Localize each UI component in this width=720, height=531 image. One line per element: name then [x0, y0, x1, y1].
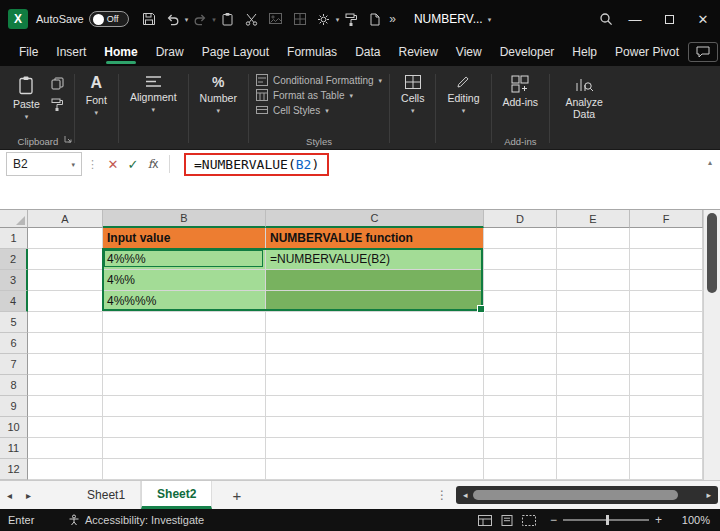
scroll-left-icon[interactable]: ◂: [460, 490, 471, 500]
format-painter-button[interactable]: [49, 97, 67, 112]
select-all-button[interactable]: [0, 210, 28, 228]
row-header-12[interactable]: 12: [0, 459, 28, 480]
more-commands-icon[interactable]: »: [389, 12, 396, 26]
cell-f12[interactable]: [630, 459, 703, 480]
column-header-a[interactable]: A: [28, 210, 103, 228]
cell-b1[interactable]: Input value: [103, 228, 266, 249]
enter-button[interactable]: ✓: [123, 153, 143, 175]
page-layout-view-button[interactable]: [496, 512, 518, 528]
cell-d5[interactable]: [484, 312, 557, 333]
new-sheet-button[interactable]: +: [232, 487, 241, 504]
cell-c4[interactable]: [266, 291, 484, 312]
row-header-1[interactable]: 1: [0, 228, 28, 249]
cell-c1[interactable]: NUMBERVALUE function: [266, 228, 484, 249]
sheet-nav-left-icon[interactable]: ◂: [0, 490, 19, 501]
menu-item-insert[interactable]: Insert: [47, 38, 95, 66]
menu-item-developer[interactable]: Developer: [491, 38, 564, 66]
cell-f2[interactable]: [630, 249, 703, 270]
cell-d6[interactable]: [484, 333, 557, 354]
cell-c5[interactable]: [266, 312, 484, 333]
cell-f4[interactable]: [630, 291, 703, 312]
zoom-slider[interactable]: − +: [550, 513, 662, 527]
cell-a11[interactable]: [28, 438, 103, 459]
cell-e2[interactable]: [557, 249, 630, 270]
sheet-nav-right-icon[interactable]: ▸: [19, 490, 38, 501]
conditional-formatting-button[interactable]: Conditional Formatting ▾: [256, 74, 382, 86]
column-header-c[interactable]: C: [266, 210, 484, 228]
cell-a7[interactable]: [28, 354, 103, 375]
cell-b6[interactable]: [103, 333, 266, 354]
format-painter-icon[interactable]: [339, 6, 363, 32]
cell-a2[interactable]: [28, 249, 103, 270]
cell-e11[interactable]: [557, 438, 630, 459]
cell-f1[interactable]: [630, 228, 703, 249]
chevron-down-icon[interactable]: ▾: [71, 161, 75, 168]
cell-b9[interactable]: [103, 396, 266, 417]
insert-function-button[interactable]: fx: [143, 153, 163, 175]
scroll-right-icon[interactable]: ▸: [703, 490, 714, 500]
zoom-out-icon[interactable]: −: [550, 513, 557, 527]
cell-e5[interactable]: [557, 312, 630, 333]
vertical-scrollbar-thumb[interactable]: [707, 213, 717, 293]
cell-c12[interactable]: [266, 459, 484, 480]
maximize-button[interactable]: [652, 0, 686, 38]
settings-button[interactable]: ▾: [312, 6, 340, 32]
cell-d2[interactable]: [484, 249, 557, 270]
document-title[interactable]: NUMBERV... ▾: [414, 12, 491, 26]
picture-icon[interactable]: [264, 6, 288, 32]
cell-c6[interactable]: [266, 333, 484, 354]
cell-b4[interactable]: 4%%%%: [103, 291, 266, 312]
copy-button[interactable]: [49, 76, 67, 91]
row-header-10[interactable]: 10: [0, 417, 28, 438]
formula-input[interactable]: =NUMBERVALUE(B2): [184, 153, 329, 176]
cell-b7[interactable]: [103, 354, 266, 375]
formula-bar-handle-icon[interactable]: ⋮: [82, 158, 103, 171]
editing-button[interactable]: Editing ▾: [443, 72, 483, 117]
cell-d8[interactable]: [484, 375, 557, 396]
cell-a8[interactable]: [28, 375, 103, 396]
row-header-11[interactable]: 11: [0, 438, 28, 459]
row-header-7[interactable]: 7: [0, 354, 28, 375]
menu-item-file[interactable]: File: [10, 38, 47, 66]
row-header-4[interactable]: 4: [0, 291, 28, 312]
cell-f7[interactable]: [630, 354, 703, 375]
menu-item-view[interactable]: View: [447, 38, 491, 66]
row-header-3[interactable]: 3: [0, 270, 28, 291]
cell-b5[interactable]: [103, 312, 266, 333]
cell-a4[interactable]: [28, 291, 103, 312]
menu-item-power-pivot[interactable]: Power Pivot: [606, 38, 688, 66]
sheet-tab-sheet1[interactable]: Sheet1: [72, 481, 141, 509]
cell-f9[interactable]: [630, 396, 703, 417]
row-header-5[interactable]: 5: [0, 312, 28, 333]
cell-c7[interactable]: [266, 354, 484, 375]
cell-d1[interactable]: [484, 228, 557, 249]
accessibility-checker[interactable]: Accessibility: Investigate: [68, 514, 204, 526]
menu-item-draw[interactable]: Draw: [147, 38, 193, 66]
cell-e8[interactable]: [557, 375, 630, 396]
row-header-2[interactable]: 2: [0, 249, 28, 270]
cell-c3[interactable]: [266, 270, 484, 291]
cell-e9[interactable]: [557, 396, 630, 417]
cell-e4[interactable]: [557, 291, 630, 312]
number-button[interactable]: % Number ▾: [196, 72, 241, 117]
cell-a10[interactable]: [28, 417, 103, 438]
analyze-data-button[interactable]: Analyze Data: [557, 72, 611, 123]
cell-a12[interactable]: [28, 459, 103, 480]
cell-f8[interactable]: [630, 375, 703, 396]
menu-item-help[interactable]: Help: [563, 38, 606, 66]
cell-a6[interactable]: [28, 333, 103, 354]
menu-item-data[interactable]: Data: [346, 38, 389, 66]
cell-a9[interactable]: [28, 396, 103, 417]
cell-e7[interactable]: [557, 354, 630, 375]
cell-d3[interactable]: [484, 270, 557, 291]
minimize-button[interactable]: —: [618, 0, 652, 38]
cell-d9[interactable]: [484, 396, 557, 417]
cell-d11[interactable]: [484, 438, 557, 459]
cell-e10[interactable]: [557, 417, 630, 438]
save-icon[interactable]: [137, 6, 161, 32]
cut-icon[interactable]: [240, 6, 264, 32]
cell-f10[interactable]: [630, 417, 703, 438]
cell-b11[interactable]: [103, 438, 266, 459]
cell-b12[interactable]: [103, 459, 266, 480]
cell-d12[interactable]: [484, 459, 557, 480]
